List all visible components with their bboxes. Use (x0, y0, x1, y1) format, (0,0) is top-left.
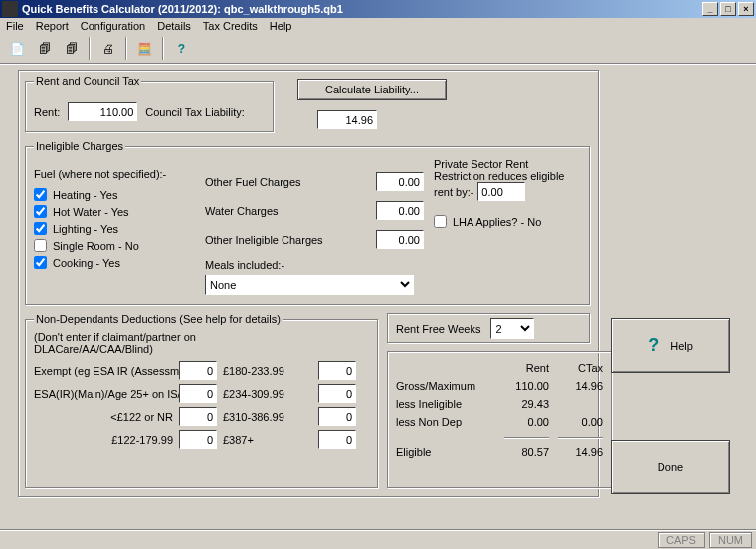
nondep-band3-input[interactable] (318, 407, 356, 426)
rent-input[interactable] (68, 102, 137, 121)
summary-eligible-label: Eligible (396, 446, 495, 458)
summary-nd-ctax: 0.00 (553, 416, 603, 428)
heating-label: Heating - Yes (53, 189, 117, 201)
nondep-122-179-input[interactable] (179, 430, 217, 449)
summary-eligible-rent: 80.57 (499, 446, 549, 458)
nondep-row-label: Exempt (eg ESA IR (Assessment)) (34, 365, 173, 377)
summary-group: Rent CTax Gross/Maximum 110.00 14.96 les… (387, 351, 612, 488)
other-fuel-input[interactable] (376, 172, 424, 191)
help-icon: ? (648, 335, 659, 356)
rfw-group: Rent Free Weeks 2 (387, 313, 590, 343)
lha-checkbox[interactable] (434, 215, 447, 228)
done-button-label: Done (658, 461, 683, 473)
heating-checkbox[interactable] (34, 188, 47, 201)
toolbar-divider (89, 37, 91, 60)
other-fuel-label: Other Fuel Charges (205, 176, 301, 188)
nondep-group: Non-Dependants Deductions (See help for … (25, 313, 378, 488)
psr-label-1: Private Sector Rent (434, 158, 583, 170)
lighting-label: Lighting - Yes (53, 223, 118, 235)
water-input[interactable] (376, 201, 424, 220)
summary-gross-ctax: 14.96 (553, 380, 603, 392)
nondep-exempt-input[interactable] (179, 361, 217, 380)
lighting-checkbox[interactable] (34, 222, 47, 235)
status-bar: CAPS NUM (0, 529, 756, 549)
maximize-button[interactable]: □ (720, 2, 736, 16)
psr-label-2: Restriction reduces eligible (434, 170, 583, 182)
status-caps: CAPS (658, 532, 705, 548)
rent-label: Rent: (34, 106, 60, 118)
done-button[interactable]: Done (611, 440, 730, 494)
summary-gross-rent: 110.00 (499, 380, 549, 392)
rent-ct-group: Rent and Council Tax Rent: Council Tax L… (25, 75, 274, 132)
summary-inel-label: less Ineligible (396, 398, 495, 410)
summary-nd-label: less Non Dep (396, 416, 495, 428)
singleroom-label: Single Room - No (53, 240, 139, 252)
ineligible-group: Ineligible Charges Fuel (where not speci… (25, 140, 590, 305)
menu-tax-credits[interactable]: Tax Credits (203, 20, 258, 32)
summary-header-ctax: CTax (553, 362, 603, 374)
summary-inel-rent: 29.43 (499, 398, 549, 410)
status-num: NUM (709, 532, 752, 548)
calculate-liability-button[interactable]: Calculate Liability... (297, 79, 447, 100)
toolbar-docs-icon[interactable]: 🗐 (33, 37, 56, 60)
hotwater-checkbox[interactable] (34, 205, 47, 218)
ct-liability-input[interactable] (317, 110, 377, 129)
nondep-note-2: DLACare/AA/CAA/Blind) (34, 343, 369, 355)
ct-label: Council Tax Liability: (145, 106, 215, 118)
summary-gross-label: Gross/Maximum (396, 380, 495, 392)
help-button-label: Help (670, 340, 693, 352)
minimize-button[interactable]: _ (702, 2, 718, 16)
toolbar-new-icon[interactable]: 📄 (6, 37, 29, 60)
menu-file[interactable]: File (6, 20, 24, 32)
nondep-legend: Non-Dependants Deductions (See help for … (34, 313, 283, 325)
toolbar-copy-icon[interactable]: 🗐 (60, 37, 83, 60)
other-inel-label: Other Ineligible Charges (205, 234, 323, 246)
meals-select[interactable]: None (205, 274, 414, 295)
nondep-band-label: £310-386.99 (223, 411, 312, 423)
summary-eligible-ctax: 14.96 (553, 446, 603, 458)
singleroom-checkbox[interactable] (34, 239, 47, 252)
toolbar-divider (125, 37, 127, 60)
nondep-band2-input[interactable] (318, 384, 356, 403)
app-icon (2, 1, 18, 17)
nondep-band4-input[interactable] (318, 430, 356, 449)
water-label: Water Charges (205, 205, 279, 217)
rent-ct-legend: Rent and Council Tax (34, 75, 141, 87)
window-title: Quick Benefits Calculator (2011/2012): q… (22, 3, 702, 15)
nondep-band-label: £180-233.99 (223, 365, 312, 377)
other-inel-input[interactable] (376, 230, 424, 249)
nondep-esa-input[interactable] (179, 384, 217, 403)
menu-bar: File Report Configuration Details Tax Cr… (0, 18, 756, 34)
summary-nd-rent: 0.00 (499, 416, 549, 428)
title-bar: Quick Benefits Calculator (2011/2012): q… (0, 0, 756, 18)
toolbar-divider (162, 37, 164, 60)
nondep-band-label: £234-309.99 (223, 388, 312, 400)
summary-header-rent: Rent (499, 362, 549, 374)
close-button[interactable]: × (738, 2, 754, 16)
cooking-checkbox[interactable] (34, 256, 47, 269)
fuel-note-label: Fuel (where not specified):- (34, 168, 198, 180)
menu-details[interactable]: Details (157, 20, 191, 32)
nondep-row-label: £122-179.99 (34, 434, 173, 446)
nondep-band1-input[interactable] (318, 361, 356, 380)
menu-configuration[interactable]: Configuration (81, 20, 145, 32)
menu-help[interactable]: Help (270, 20, 292, 32)
toolbar-help-icon[interactable]: ? (170, 37, 193, 60)
toolbar-print-icon[interactable]: 🖨 (96, 37, 119, 60)
nondep-band-label: £387+ (223, 434, 312, 446)
cooking-label: Cooking - Yes (53, 257, 120, 269)
hotwater-label: Hot Water - Yes (53, 206, 129, 218)
toolbar-calc-icon[interactable]: 🧮 (133, 37, 156, 60)
rfw-select[interactable]: 2 (490, 318, 534, 339)
help-button[interactable]: ? Help (611, 318, 730, 373)
nondep-note-1: (Don't enter if claimant/partner on (34, 331, 369, 343)
nondep-lt122-input[interactable] (179, 407, 217, 426)
psr-label-3: rent by:- (434, 186, 473, 198)
psr-input[interactable] (477, 182, 525, 201)
nondep-row-label: ESA(IR)(Main)/Age 25+ on IS/IBJSA (34, 388, 173, 400)
menu-report[interactable]: Report (36, 20, 69, 32)
summary-inel-ctax (553, 398, 603, 410)
rfw-label: Rent Free Weeks (396, 323, 480, 335)
lha-label: LHA Applies? - No (453, 216, 541, 228)
nondep-row-label: <£122 or NR (34, 411, 173, 423)
